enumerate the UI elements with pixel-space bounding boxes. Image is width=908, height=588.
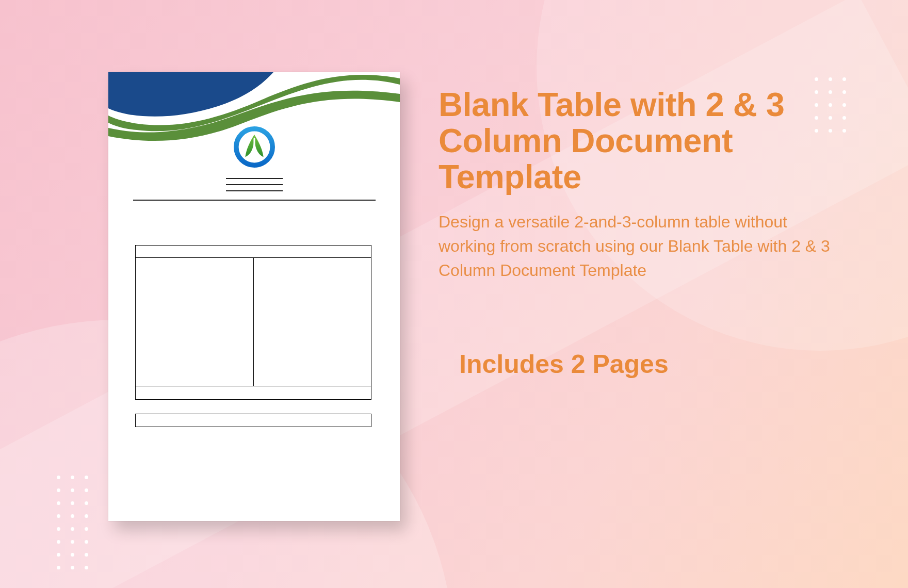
template-description: Design a versatile 2-and-3-column table … [439, 210, 831, 283]
includes-pages-label: Includes 2 Pages [459, 349, 846, 379]
document-logo-icon [234, 126, 275, 168]
document-preview [108, 72, 400, 521]
document-footer-bar [135, 414, 371, 427]
template-title: Blank Table with 2 & 3 Column Document T… [439, 87, 846, 195]
document-heading-lines [133, 178, 376, 201]
text-column: Blank Table with 2 & 3 Column Document T… [439, 87, 846, 379]
document-table [135, 245, 371, 400]
